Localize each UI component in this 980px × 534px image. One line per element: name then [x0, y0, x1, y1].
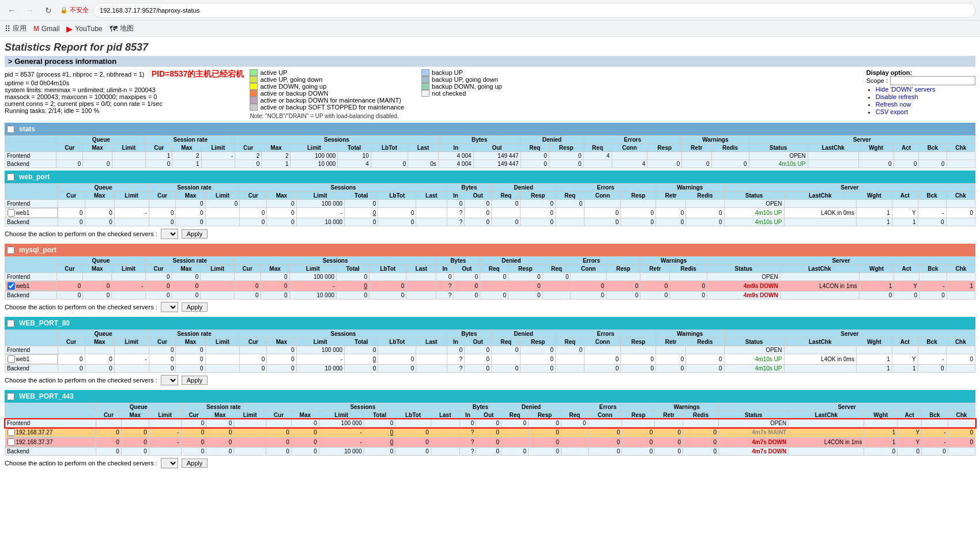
web-port-apply-button[interactable]: Apply	[182, 229, 208, 238]
refresh-now-link[interactable]: Refresh now	[876, 101, 911, 108]
section-mysql-port-checkbox[interactable]	[7, 247, 14, 254]
bookmark-apps[interactable]: ⠿ 应用	[5, 24, 27, 33]
mysql-action-select[interactable]	[161, 302, 178, 312]
legend-backup-up-going-down: backup UP, going down	[421, 76, 502, 83]
web80-action-row: Choose the action to perform on the chec…	[5, 373, 975, 388]
mysql-web1-checkbox[interactable]	[7, 282, 15, 290]
maxsock-line: maxsock = 200043; maxconn = 100000; maxp…	[5, 93, 244, 100]
web80-web1-checkbox[interactable]	[7, 355, 15, 363]
web-port-action-select[interactable]	[161, 229, 178, 239]
section-web-port-443: WEB_PORT_443 Queue Session rate Sessions…	[5, 390, 975, 471]
stats-frontend-name: Frontend	[5, 152, 56, 160]
mysql-apply-button[interactable]: Apply	[182, 302, 208, 312]
web-port-web1-checkbox[interactable]	[7, 209, 15, 217]
forward-button[interactable]: →	[23, 3, 37, 17]
section-stats: stats Queue Session rate Sessions Bytes …	[5, 123, 975, 168]
legend-soft-stopped: active or backup SOFT STOPPED for mainte…	[250, 104, 404, 111]
bookmark-gmail[interactable]: M Gmail	[33, 25, 59, 33]
mysql-action-row: Choose the action to perform on the chec…	[5, 300, 975, 315]
legend-not-checked: not checked	[421, 90, 502, 97]
th-s-lbtot: LbTot	[371, 144, 408, 152]
web443-server2-checkbox[interactable]	[7, 438, 15, 446]
th-sr-lim: Limit	[201, 144, 235, 152]
reload-button[interactable]: ↻	[42, 3, 55, 17]
web-port-443-table: Queue Session rate Sessions Bytes Denied…	[5, 403, 975, 456]
bookmark-youtube[interactable]: ▶ YouTube	[66, 24, 102, 33]
web80-backend-row: Backend 00 00 0010 00000 ?0 00 00 00 4m1…	[5, 365, 975, 373]
tasks-line: Running tasks: 2/14; idle = 100 %	[5, 107, 244, 114]
th-d-resp: Resp	[549, 144, 583, 152]
display-options: Display option: Scope : Hide 'DOWN' serv…	[866, 69, 975, 120]
section-web-port-80-checkbox[interactable]	[7, 320, 14, 327]
web-port-80-table: Queue Session rate Sessions Bytes Denied…	[5, 330, 975, 373]
th-sv-chk: Chk	[947, 144, 975, 152]
bookmark-maps[interactable]: 🗺 地图	[110, 24, 134, 33]
th-e-resp: Resp	[647, 144, 682, 152]
legend-maint: active or backup DOWN for maintenance (M…	[250, 97, 404, 104]
th-b-out: Out	[473, 144, 521, 152]
bookmarks-bar: ⠿ 应用 M Gmail ▶ YouTube 🗺 地图	[0, 21, 980, 37]
web80-action-select[interactable]	[161, 375, 178, 385]
th-bytes: Bytes	[438, 136, 521, 144]
web-port-server-web1-row: web1 00- 00 00-00 ?0 0 00 00 4m10s UPL4O…	[5, 208, 975, 218]
th-q-lim: Limit	[112, 144, 146, 152]
th-queue: Queue	[56, 136, 146, 144]
mysql-frontend-row: Frontend 00 0100 0000 00 00 0 OPEN	[5, 273, 975, 281]
bookmark-gmail-label: Gmail	[42, 25, 59, 33]
section-web-port-title: web_port	[14, 172, 54, 182]
disable-refresh-link[interactable]: Disable refresh	[876, 93, 918, 100]
pid-line: pid = 8537 (process #1, nbproc = 2, nbth…	[5, 69, 244, 79]
maps-icon: 🗺	[110, 24, 118, 33]
address-bar[interactable]	[93, 3, 975, 18]
mysql-action-label: Choose the action to perform on the chec…	[5, 304, 157, 310]
security-indicator: 🔒 不安全	[60, 6, 89, 14]
web443-action-select[interactable]	[161, 458, 178, 468]
section-web-port: web_port Queue Session rate Sessions Byt…	[5, 171, 975, 241]
hide-down-link[interactable]: Hide 'DOWN' servers	[876, 86, 936, 93]
web-port-backend-row: Backend 00 00 0010 00000 ?0 00 00 00 4m1…	[5, 218, 975, 226]
th-sr-cur: Cur	[146, 144, 172, 152]
th-e-req: Req	[583, 144, 612, 152]
bookmark-youtube-label: YouTube	[75, 25, 102, 33]
th-s-lim: Limit	[291, 144, 338, 152]
mysql-port-table: Queue Session rate Sessions Bytes Denied…	[5, 256, 975, 300]
section-stats-checkbox[interactable]	[7, 126, 14, 133]
th-server: Server	[749, 136, 975, 144]
section-web-port-80: WEB_PORT_80 Queue Session rate Sessions …	[5, 317, 975, 388]
scope-input[interactable]	[890, 76, 975, 85]
process-info-left: pid = 8537 (process #1, nbproc = 2, nbth…	[5, 69, 244, 120]
mysql-backend-row: Backend 00 00 0010 00000 ?0 00 00 00 4m9…	[5, 291, 975, 300]
browser-bar: ← → ↻ 🔒 不安全	[0, 0, 980, 21]
csv-export-link[interactable]: CSV export	[876, 108, 908, 115]
th-sr-max: Max	[172, 144, 201, 152]
stats-table: Queue Session rate Sessions Bytes Denied…	[5, 135, 975, 168]
web80-apply-button[interactable]: Apply	[182, 376, 208, 385]
th-s-max: Max	[262, 144, 291, 152]
pid-annotation: PID=8537的主机已经宕机	[152, 69, 244, 78]
legend-active-backup-down: active or backup DOWN	[250, 90, 404, 97]
section-web-port-checkbox[interactable]	[7, 173, 14, 181]
legend-left: active UP active UP, going down active D…	[250, 69, 404, 111]
gmail-icon: M	[33, 25, 39, 33]
section-stats-title: stats	[14, 124, 40, 134]
legend-active-up-going-down: active UP, going down	[250, 76, 404, 83]
uptime-line: uptime = 0d 0h04m10s	[5, 79, 244, 86]
scope-row: Scope :	[866, 76, 975, 85]
legend-active-up: active UP	[250, 69, 404, 76]
th-session-rate: Session rate	[146, 136, 235, 144]
web-port-action-row: Choose the action to perform on the chec…	[5, 226, 975, 241]
th-sv-bck: Bck	[919, 144, 947, 152]
page-content: Statistics Report for pid 8537 > General…	[0, 37, 980, 475]
legend-note: Note: "NOLB"/"DRAIN" = UP with load-bala…	[250, 113, 860, 119]
back-button[interactable]: ←	[5, 3, 18, 17]
web443-server1-checkbox[interactable]	[7, 429, 15, 436]
th-sv-lastchk: LastChk	[808, 144, 858, 152]
mysql-server-web1-row: web1 00- 00 00-00 ?0 0 00 00 4m9s DOWNL4…	[5, 281, 975, 291]
web443-apply-button[interactable]: Apply	[182, 459, 208, 468]
section-web-port-443-checkbox[interactable]	[7, 393, 14, 400]
web443-action-label: Choose the action to perform on the chec…	[5, 460, 157, 467]
th-q-cur: Cur	[56, 144, 83, 152]
general-section-header: > General process information	[5, 56, 975, 67]
section-web-port-bar: web_port	[5, 171, 975, 183]
legend-area: active UP active UP, going down active D…	[250, 69, 860, 120]
